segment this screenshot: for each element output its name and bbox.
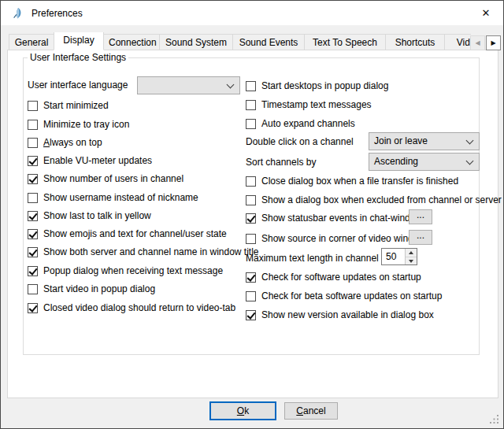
- checkbox-box[interactable]: [28, 101, 38, 111]
- checkbox-box[interactable]: [246, 100, 256, 110]
- checkbox-label: Auto expand channels: [261, 118, 355, 129]
- cancel-rest: ancel: [303, 405, 326, 416]
- tab-scroll-left-icon[interactable]: ◀: [470, 35, 485, 50]
- tab-text-to-speech[interactable]: Text To Speech: [304, 34, 386, 50]
- checkbox-always-on-top[interactable]: Always on top: [28, 136, 102, 149]
- preferences-dialog: Preferences ✕ General Display Connection…: [0, 0, 504, 429]
- checkbox-box[interactable]: [246, 310, 256, 320]
- double-click-value: Join or leave: [374, 135, 428, 146]
- checkbox-popup-on-text-message[interactable]: Popup dialog when receiving text message: [28, 264, 223, 277]
- checkbox-label: Show number of users in channel: [43, 173, 183, 184]
- checkbox-label: Check for beta software updates on start…: [261, 290, 442, 301]
- tab-shortcuts[interactable]: Shortcuts: [385, 34, 445, 50]
- tab-display[interactable]: Display: [54, 32, 104, 50]
- close-button[interactable]: ✕: [476, 4, 495, 23]
- checkbox-label: Show source in corner of video window: [261, 233, 425, 244]
- checkbox-box[interactable]: [246, 176, 256, 187]
- tab-general[interactable]: General: [9, 34, 54, 50]
- checkbox-show-new-version[interactable]: Show new version available in dialog box: [246, 309, 434, 321]
- tab-scroll-right-icon[interactable]: ▶: [486, 35, 501, 50]
- checkbox-label: Timestamp text messages: [261, 99, 372, 110]
- checkbox-statusbar-events[interactable]: Show statusbar events in chat-window: [246, 212, 422, 224]
- checkbox-box[interactable]: [28, 229, 38, 239]
- checkbox-dialog-when-excluded[interactable]: Show a dialog box when excluded from cha…: [246, 194, 502, 206]
- checkbox-box[interactable]: [246, 81, 256, 91]
- checkbox-minimize-to-tray[interactable]: Minimize to tray icon: [28, 118, 129, 131]
- group-user-interface-settings: User Interface Settings User interface l…: [23, 57, 480, 355]
- checkbox-label: Close dialog box when a file transfer is…: [261, 176, 458, 187]
- ok-rest: k: [244, 405, 249, 416]
- max-text-length-label: Maximum text length in channel list: [246, 252, 393, 264]
- title-bar: Preferences ✕: [1, 1, 503, 25]
- checkbox-enable-vu-meter[interactable]: Enable VU-meter updates: [28, 154, 152, 167]
- checkbox-box[interactable]: [28, 138, 38, 148]
- checkbox-server-channel-in-title[interactable]: Show both server and channel name in win…: [28, 246, 259, 258]
- double-click-label: Double click on a channel: [246, 135, 354, 148]
- group-title: User Interface Settings: [28, 52, 128, 63]
- checkbox-box[interactable]: [246, 195, 256, 205]
- max-text-length-spinner[interactable]: 50: [381, 248, 417, 265]
- checkbox-show-username[interactable]: Show username instead of nickname: [28, 191, 198, 204]
- checkbox-auto-expand-channels[interactable]: Auto expand channels: [246, 117, 355, 130]
- checkbox-start-minimized[interactable]: Start minimized: [28, 99, 109, 112]
- chevron-down-icon: [227, 81, 235, 89]
- checkbox-box[interactable]: [28, 266, 38, 276]
- checkbox-source-in-video-corner[interactable]: Show source in corner of video window: [246, 232, 425, 245]
- display-tab-panel: User Interface Settings User interface l…: [7, 50, 498, 398]
- tab-sound-system[interactable]: Sound System: [159, 34, 233, 50]
- checkbox-box[interactable]: [246, 213, 256, 224]
- checkbox-label: Closed video dialog should return to vid…: [43, 302, 235, 313]
- spinner-down-icon[interactable]: [406, 257, 417, 265]
- checkbox-label: Start video in popup dialog: [43, 283, 155, 294]
- max-text-length-value: 50: [382, 249, 405, 264]
- language-label: User interface language: [28, 79, 128, 91]
- checkbox-label: Show emojis and text for channel/user st…: [43, 228, 227, 239]
- checkbox-last-to-talk-yellow[interactable]: Show last to talk in yellow: [28, 209, 151, 222]
- language-combobox[interactable]: [137, 76, 240, 94]
- checkbox-box[interactable]: [28, 303, 38, 313]
- checkbox-box[interactable]: [28, 193, 38, 203]
- checkbox-label: Start minimized: [43, 100, 109, 111]
- spinner-buttons: [405, 249, 417, 264]
- checkbox-box[interactable]: [28, 211, 38, 221]
- checkbox-box[interactable]: [28, 174, 38, 184]
- checkbox-label: Popup dialog when receiving text message: [43, 265, 223, 276]
- checkbox-box[interactable]: [28, 120, 38, 130]
- tab-connection[interactable]: Connection: [103, 34, 160, 50]
- checkbox-close-on-transfer-finish[interactable]: Close dialog box when a file transfer is…: [246, 175, 458, 187]
- label-rest: lways on top: [50, 137, 102, 148]
- tab-video[interactable]: Video: [444, 34, 471, 50]
- chevron-down-icon: [466, 137, 474, 145]
- checkbox-show-user-count[interactable]: Show number of users in channel: [28, 172, 183, 185]
- checkbox-desktops-popup[interactable]: Start desktops in popup dialog: [246, 80, 388, 92]
- checkbox-box[interactable]: [246, 119, 256, 129]
- statusbar-events-options-button[interactable]: ...: [409, 209, 432, 224]
- window-title: Preferences: [32, 8, 83, 19]
- checkbox-label: Show statusbar events in chat-window: [261, 213, 422, 224]
- checkbox-timestamp-messages[interactable]: Timestamp text messages: [246, 98, 372, 111]
- checkbox-start-video-popup[interactable]: Start video in popup dialog: [28, 283, 155, 295]
- checkbox-check-beta-updates[interactable]: Check for beta software updates on start…: [246, 290, 442, 302]
- checkbox-box[interactable]: [28, 284, 38, 294]
- checkbox-closed-video-return[interactable]: Closed video dialog should return to vid…: [28, 301, 235, 314]
- sort-channels-combobox[interactable]: Ascending: [369, 153, 480, 171]
- sort-channels-label: Sort channels by: [246, 156, 316, 168]
- checkbox-show-emojis[interactable]: Show emojis and text for channel/user st…: [28, 227, 227, 240]
- cancel-button[interactable]: Cancel: [284, 402, 338, 420]
- double-click-combobox[interactable]: Join or leave: [369, 132, 480, 150]
- checkbox-label: Show username instead of nickname: [43, 192, 198, 203]
- spinner-up-icon[interactable]: [406, 249, 417, 257]
- checkbox-box[interactable]: [28, 156, 38, 166]
- checkbox-label: Show last to talk in yellow: [43, 210, 151, 221]
- checkbox-box[interactable]: [28, 247, 38, 257]
- tab-sound-events[interactable]: Sound Events: [232, 34, 305, 50]
- checkbox-box[interactable]: [246, 234, 256, 244]
- checkbox-check-updates[interactable]: Check for software updates on startup: [246, 271, 421, 283]
- checkbox-label: Minimize to tray icon: [43, 119, 129, 130]
- checkbox-box[interactable]: [246, 272, 256, 283]
- video-source-options-button[interactable]: ...: [409, 230, 432, 245]
- checkbox-box[interactable]: [246, 291, 256, 301]
- ok-button[interactable]: Ok: [209, 401, 276, 420]
- resize-grip-icon[interactable]: [490, 415, 499, 424]
- tab-bar: General Display Connection Sound System …: [9, 32, 471, 50]
